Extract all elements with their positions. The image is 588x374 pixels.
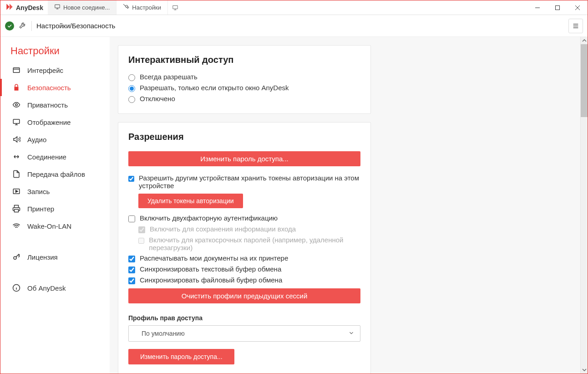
sidebar-item-privacy[interactable]: Приватность: [0, 96, 110, 113]
checkbox-label: Разрешить другим устройствам хранить ток…: [139, 174, 360, 190]
section-permissions: Разрешения Изменить пароль доступа... Ра…: [118, 122, 371, 374]
sidebar-item-file-transfer[interactable]: Передача файлов: [0, 165, 110, 183]
radio-allow-if-window[interactable]: Разрешать, только если открыто окно AnyD…: [128, 82, 360, 93]
sidebar-item-license[interactable]: Лицензия: [0, 248, 110, 266]
body: Настройки Интерфейс Безопасность Приватн…: [0, 37, 588, 374]
sidebar-title: Настройки: [0, 45, 110, 61]
checkbox-input[interactable]: [128, 215, 135, 222]
radio-input[interactable]: [128, 96, 135, 103]
sidebar-item-label: Принтер: [27, 205, 54, 213]
sidebar-item-label: Запись: [27, 188, 50, 195]
menu-button[interactable]: [568, 19, 583, 33]
scroll-down-button[interactable]: [581, 366, 588, 374]
recording-icon: [12, 187, 21, 195]
radio-always-allow[interactable]: Всегда разрешать: [128, 72, 360, 82]
section-interactive-access: Интерактивный доступ Всегда разрешать Ра…: [118, 45, 371, 114]
sidebar-item-label: Приватность: [27, 101, 68, 109]
scroll-thumb[interactable]: [581, 44, 588, 117]
checkbox-input[interactable]: [128, 256, 135, 262]
tab-new-connection[interactable]: Новое соедине...: [48, 0, 117, 15]
delete-tokens-button[interactable]: Удалить токены авторизации: [138, 194, 243, 208]
sidebar-item-label: Аудио: [27, 136, 46, 143]
radio-disabled[interactable]: Отключено: [128, 93, 360, 104]
checkbox-print[interactable]: Распечатывать мои документы на их принте…: [128, 253, 360, 264]
checkbox-2fa[interactable]: Включить двухфакторную аутентификацию: [128, 213, 360, 224]
close-button[interactable]: [568, 0, 588, 15]
checkbox-input: [138, 226, 145, 233]
sidebar-item-wol[interactable]: Wake-On-LAN: [0, 217, 110, 235]
new-tab-button[interactable]: [168, 0, 182, 15]
sidebar-item-label: Отображение: [27, 118, 71, 126]
sidebar-item-display[interactable]: Отображение: [0, 113, 110, 131]
sidebar-item-label: Wake-On-LAN: [27, 222, 71, 230]
address-bar: Настройки/Безопасность: [0, 15, 588, 37]
checkbox-2fa-short-pass: Включить для краткосрочных паролей (напр…: [138, 235, 360, 253]
scrollbar[interactable]: [580, 37, 588, 374]
checkbox-2fa-save-login: Включить для сохранения информации входа: [138, 224, 360, 235]
svg-rect-4: [556, 5, 560, 10]
checkbox-label: Синхронизировать текстовый буфер обмена: [140, 265, 281, 273]
app-title: AnyDesk: [16, 4, 43, 11]
scroll-up-button[interactable]: [581, 37, 588, 44]
svg-rect-5: [13, 68, 20, 73]
checkbox-allow-tokens[interactable]: Разрешить другим устройствам хранить ток…: [128, 173, 360, 191]
checkbox-label: Включить для сохранения информации входа: [150, 225, 296, 233]
change-password-button[interactable]: Изменить пароль доступа...: [128, 151, 360, 166]
change-password-button-2[interactable]: Изменить пароль доступа...: [128, 349, 234, 364]
minimize-button[interactable]: [527, 0, 547, 15]
app-window: AnyDesk Новое соедине... Настройки: [0, 0, 588, 374]
tab-label: Настройки: [132, 4, 161, 11]
wifi-icon: [12, 222, 21, 230]
monitor-icon: [54, 4, 61, 11]
sidebar-item-label: Лицензия: [27, 253, 58, 261]
checkbox-input[interactable]: [128, 277, 135, 284]
checkbox-label: Включить двухфакторную аутентификацию: [140, 214, 278, 222]
window-controls: [527, 0, 588, 15]
sidebar-item-label: Интерфейс: [27, 67, 63, 74]
content-scroll: Интерактивный доступ Всегда разрешать Ра…: [110, 37, 580, 374]
scroll-track[interactable]: [581, 44, 588, 366]
tabstrip: Новое соедине... Настройки: [48, 0, 182, 15]
profile-select[interactable]: По умолчанию: [128, 325, 360, 342]
radio-label: Разрешать, только если открыто окно AnyD…: [140, 84, 289, 92]
checkbox-label: Распечатывать мои документы на их принте…: [140, 254, 288, 262]
clear-profiles-button[interactable]: Очистить профили предыдущих сессий: [128, 288, 360, 303]
display-icon: [12, 118, 21, 126]
checkbox-input[interactable]: [128, 266, 135, 273]
titlebar: AnyDesk Новое соедине... Настройки: [0, 0, 588, 15]
lock-icon: [12, 83, 21, 92]
sidebar-item-recording[interactable]: Запись: [0, 183, 110, 200]
profile-label: Профиль прав доступа: [128, 314, 360, 322]
privacy-icon: [12, 101, 21, 109]
audio-icon: [12, 135, 21, 143]
info-icon: [12, 284, 21, 292]
tab-settings[interactable]: Настройки: [117, 0, 168, 15]
sidebar-item-connection[interactable]: Соединение: [0, 148, 110, 165]
sidebar-item-interface[interactable]: Интерфейс: [0, 61, 110, 79]
file-transfer-icon: [12, 170, 21, 178]
tab-label: Новое соедине...: [63, 4, 110, 11]
svg-marker-9: [16, 190, 18, 193]
wrench-icon: [19, 21, 27, 31]
app-logo: AnyDesk: [0, 2, 48, 13]
sidebar-item-label: Передача файлов: [27, 170, 85, 178]
wrench-icon: [123, 4, 129, 11]
checkbox-sync-text-clipboard[interactable]: Синхронизировать текстовый буфер обмена: [128, 264, 360, 275]
sidebar-item-printer[interactable]: Принтер: [0, 200, 110, 217]
svg-marker-1: [10, 4, 13, 10]
svg-rect-7: [13, 119, 20, 123]
svg-rect-2: [55, 5, 60, 8]
maximize-button[interactable]: [547, 0, 568, 15]
sidebar-item-audio[interactable]: Аудио: [0, 131, 110, 148]
checkbox-input: [138, 237, 144, 244]
sidebar-item-security[interactable]: Безопасность: [0, 79, 110, 96]
checkbox-profile-enabled: Профиль включен: [128, 371, 360, 374]
sidebar-item-about[interactable]: Об AnyDesk: [0, 279, 110, 297]
sidebar-item-label: Безопасность: [27, 84, 71, 92]
checkbox-sync-file-clipboard[interactable]: Синхронизировать файловый буфер обмена: [128, 275, 360, 286]
checkbox-input[interactable]: [128, 175, 134, 182]
sidebar-item-label: Об AnyDesk: [27, 284, 66, 292]
radio-input[interactable]: [128, 85, 135, 92]
separator: [31, 21, 32, 31]
radio-input[interactable]: [128, 74, 135, 81]
